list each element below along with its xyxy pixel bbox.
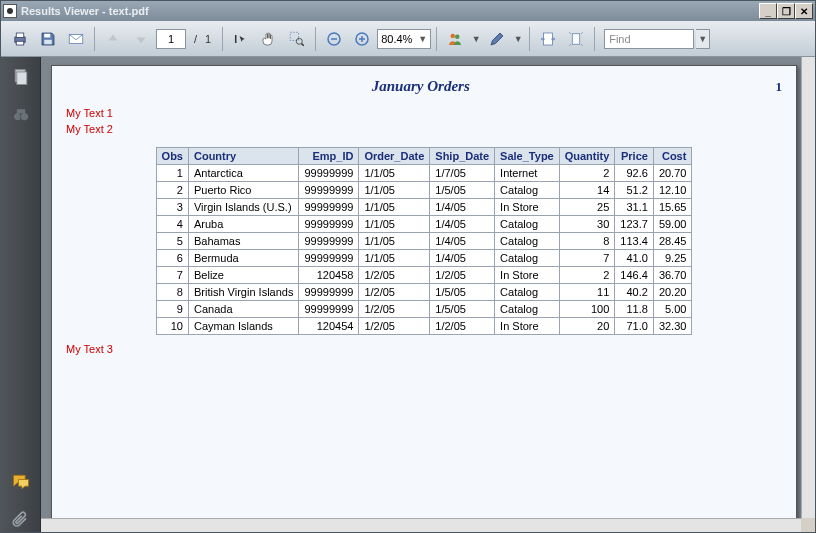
cell: 120454 [299,317,359,334]
cell: 99999999 [299,283,359,300]
sign-dropdown[interactable]: ▼ [512,29,524,49]
comments-panel-button[interactable] [9,470,33,494]
cell: In Store [495,266,560,283]
collab-dropdown[interactable]: ▼ [470,29,482,49]
cell: Virgin Islands (U.S.) [188,198,298,215]
scroll-corner [801,518,815,532]
cell: 11 [559,283,615,300]
svg-rect-3 [44,33,50,37]
fit-width-icon [539,30,557,48]
cell: 31.1 [615,198,654,215]
attachments-panel-button[interactable] [9,508,33,532]
cell: 3 [156,198,188,215]
column-header: Price [615,147,654,164]
next-page-button[interactable] [128,26,154,52]
prev-page-button[interactable] [100,26,126,52]
cell: 1/2/05 [430,317,495,334]
column-header: Emp_ID [299,147,359,164]
horizontal-scrollbar[interactable] [41,518,801,532]
pages-panel-button[interactable] [9,65,33,89]
cell: 1/2/05 [359,283,430,300]
cell: Canada [188,300,298,317]
table-row: 5Bahamas999999991/1/051/4/05Catalog8113.… [156,232,692,249]
print-button[interactable] [7,26,33,52]
cell: 32.30 [653,317,692,334]
cell: 20.20 [653,283,692,300]
pen-icon [488,30,506,48]
hand-icon [260,30,278,48]
cell: 25 [559,198,615,215]
report-page-number: 1 [776,79,783,95]
svg-point-8 [296,38,302,44]
cell: 99999999 [299,300,359,317]
vertical-scrollbar[interactable] [801,57,815,518]
cell: 9 [156,300,188,317]
hand-tool-button[interactable] [256,26,282,52]
cell: 4 [156,215,188,232]
close-button[interactable]: ✕ [795,3,813,19]
plus-icon [353,30,371,48]
annotation-text: My Text 2 [66,123,782,137]
marquee-zoom-button[interactable] [284,26,310,52]
zoom-value: 80.4% [381,33,412,45]
table-row: 7Belize1204581/2/051/2/05In Store2146.43… [156,266,692,283]
zoom-level-select[interactable]: 80.4% ▼ [377,29,431,49]
cell: Bermuda [188,249,298,266]
cell: Internet [495,164,560,181]
collab-button[interactable] [442,26,468,52]
sign-button[interactable] [484,26,510,52]
cell: 1/1/05 [359,232,430,249]
fit-page-button[interactable] [563,26,589,52]
zoom-out-button[interactable] [321,26,347,52]
restore-button[interactable]: ❐ [777,3,795,19]
minimize-button[interactable]: _ [759,3,777,19]
zoom-in-button[interactable] [349,26,375,52]
svg-rect-20 [16,72,26,85]
cell: 2 [559,164,615,181]
paperclip-icon [11,510,31,530]
cell: Catalog [495,300,560,317]
titlebar: Results Viewer - text.pdf _ ❐ ✕ [1,1,815,21]
arrow-up-icon [104,30,122,48]
cell: 36.70 [653,266,692,283]
annotation-text: My Text 3 [66,343,782,355]
cell: Catalog [495,181,560,198]
people-icon [446,30,464,48]
printer-icon [11,30,29,48]
cell: 15.65 [653,198,692,215]
search-panel-button[interactable] [9,103,33,127]
cell: 1/5/05 [430,283,495,300]
cell: 1/1/05 [359,249,430,266]
email-button[interactable] [63,26,89,52]
cell: 1/1/05 [359,198,430,215]
envelope-icon [67,30,85,48]
text-select-icon: I [232,30,250,48]
cell: In Store [495,317,560,334]
column-header: Cost [653,147,692,164]
window-title: Results Viewer - text.pdf [21,5,759,17]
cell: 99999999 [299,249,359,266]
save-button[interactable] [35,26,61,52]
pdf-page: January Orders 1 My Text 1 My Text 2 Obs… [51,65,797,523]
cell: 28.45 [653,232,692,249]
toolbar: / 1 I 80.4% ▼ ▼ ▼ Find ▼ [1,21,815,57]
cell: 20.70 [653,164,692,181]
find-input[interactable]: Find [604,29,694,49]
minus-icon [325,30,343,48]
svg-rect-1 [16,33,24,38]
table-row: 6Bermuda999999991/1/051/4/05Catalog741.0… [156,249,692,266]
cell: 9.25 [653,249,692,266]
cell: Belize [188,266,298,283]
column-header: Country [188,147,298,164]
page-total: 1 [205,33,217,45]
cell: 146.4 [615,266,654,283]
marquee-zoom-icon [288,30,306,48]
page-number-input[interactable] [156,29,186,49]
separator [94,27,95,51]
select-tool-button[interactable]: I [228,26,254,52]
fit-width-button[interactable] [535,26,561,52]
find-dropdown[interactable]: ▼ [696,29,710,49]
cell: 7 [156,266,188,283]
cell: 14 [559,181,615,198]
cell: 99999999 [299,232,359,249]
